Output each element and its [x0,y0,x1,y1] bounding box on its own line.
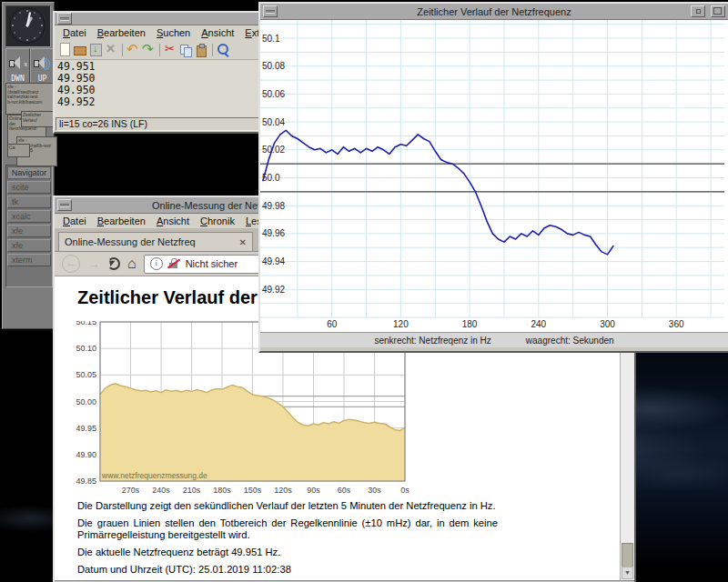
pager-item-scite[interactable]: scite [7,181,51,194]
svg-text:49.85: 49.85 [76,477,96,486]
scrollbar-thumb[interactable] [622,543,633,568]
svg-text:90s: 90s [307,486,320,495]
editor-menu-bearbeiten[interactable]: Bearbeiten [93,26,150,39]
svg-text:49.95: 49.95 [76,424,96,433]
undo-icon[interactable] [126,42,141,57]
tab-title: Online-Messung der Netzfreq [65,236,236,247]
svg-text:50.08: 50.08 [262,61,285,71]
window-pager: Navigator scitetkxcalcxfexfexterm [5,165,53,287]
window-menu-button[interactable] [57,199,72,211]
svg-text:49.98: 49.98 [262,201,285,211]
svg-text:120: 120 [393,319,409,329]
iconified-window-calc[interactable]: Ca [7,144,30,157]
browser-menu-ansicht[interactable]: Ansicht [152,215,194,227]
svg-text:60: 60 [327,319,338,329]
pager-item-xterm[interactable]: xterm [7,254,51,266]
desktop: x DWN UP xfe -/dstall/sied/netzkal/netzk… [0,0,728,582]
insecure-lock-icon [168,258,180,270]
watermark: www.netzfrequenzmessung.de [101,471,207,480]
svg-text:50.04: 50.04 [262,117,285,127]
scrollbar-down-arrow[interactable]: ▼ [622,567,633,579]
minimize-button[interactable] [691,5,705,17]
iconified-window-zeitlicher-verlauf[interactable]: ZeitlicherVerlauf [21,111,56,127]
volume-up-button[interactable]: UP [30,48,55,85]
paragraph: Die Darstellung zeigt den sekündlichen V… [77,500,498,512]
maximize-button[interactable] [711,5,725,17]
svg-text:49.90: 49.90 [76,450,96,459]
svg-text:50.06: 50.06 [262,89,285,99]
tab-close-icon[interactable]: ✕ [239,237,247,247]
svg-text:50.10: 50.10 [76,344,96,353]
svg-text:240: 240 [531,319,546,329]
editor-menu-suchen[interactable]: Suchen [152,26,195,39]
svg-text:210s: 210s [183,486,201,495]
svg-text:240s: 240s [152,486,170,495]
svg-text:180s: 180s [213,486,231,495]
paragraph-current-frequency: Die aktuelle Netzfrequenz beträgt 49.951… [77,547,498,558]
svg-text:49.92: 49.92 [262,285,285,295]
volume-down-label: DWN [6,75,29,83]
svg-text:120s: 120s [274,486,292,495]
netzfrequenz-line-chart: 50.150.0850.0650.0450.0250.049.9849.9649… [260,20,724,332]
save-file-icon[interactable] [88,42,104,57]
svg-text:180: 180 [462,319,478,329]
page-info-icon[interactable]: i [150,257,163,270]
toolbar-separator [122,44,123,56]
browser-menu-bearbeiten[interactable]: Bearbeiten [93,215,150,227]
dock-panel: x DWN UP xfe -/dstall/sied/netzkal/netzk… [2,2,55,329]
paste-icon[interactable] [194,42,209,57]
paragraph-timestamp: Datum und Uhrzeit (UTC): 25.01.2019 11:0… [77,564,498,576]
pager-item-list: scitetkxcalcxfexfexterm [7,181,51,266]
icon-window-text-verlauf: Verlauf [23,118,55,124]
sound-wave-icon [45,58,50,70]
volume-down-button[interactable]: x DWN [5,48,30,85]
reload-button[interactable] [107,257,120,270]
pager-item-xfe-4[interactable]: xfe [7,239,51,252]
svg-text:50.1: 50.1 [262,34,280,44]
back-button[interactable]: ← [62,255,80,273]
pager-item-xcalc[interactable]: xcalc [7,210,51,223]
close-file-icon[interactable] [104,42,119,57]
chart-footer-ylabel: senkrecht: Netzfreqenz in Hz [374,336,490,346]
svg-text:49.96: 49.96 [262,228,285,238]
chart-titlebar[interactable]: Zeitlicher Verlauf der Netzfrequenz [260,4,728,20]
browser-tab-active[interactable]: Online-Messung der Netzfreq ✕ [58,232,253,251]
search-icon[interactable] [216,42,231,57]
editor-menu-ansicht[interactable]: Ansicht [197,26,238,39]
redo-icon[interactable] [141,42,157,57]
svg-text:60s: 60s [338,486,351,495]
svg-text:49.94: 49.94 [262,256,285,266]
chart-window-title: Zeitlicher Verlauf der Netzfrequenz [260,6,728,17]
volume-up-label: UP [31,75,54,83]
editor-menu-datei[interactable]: Datei [58,26,91,39]
iconified-window-xfe-1[interactable]: xfe -/dstall/sied/netzkal/netzkal-testb-… [5,83,56,115]
copy-icon[interactable] [178,42,194,57]
browser-menu-chronik[interactable]: Chronik [196,215,239,227]
toolbar-separator [159,44,160,56]
chart-footer: senkrecht: Netzfreqenz in Hz waagrecht: … [260,332,728,347]
wallpaper-cloud-band [0,489,55,555]
toolbar-separator [212,44,213,56]
analog-clock-face [6,6,48,45]
pager-item-xfe[interactable]: xfe [7,225,51,237]
svg-text:30s: 30s [368,486,381,495]
open-folder-icon[interactable] [73,42,88,57]
svg-text:50.0: 50.0 [262,173,280,183]
cut-icon[interactable] [163,42,178,57]
pager-item-tk[interactable]: tk [7,196,51,208]
chart-footer-xlabel: waagrecht: Sekunden [526,336,614,346]
window-menu-button[interactable] [57,13,72,25]
home-button[interactable]: ⌂ [127,257,136,270]
svg-text:50.02: 50.02 [262,145,285,155]
pager-title: Navigator [7,166,51,179]
security-badge: Nicht sicher [186,258,238,269]
new-file-icon[interactable] [57,42,73,57]
chart-plot-area: 50.150.0850.0650.0450.0250.049.9849.9649… [260,20,728,332]
svg-text:150s: 150s [244,486,262,495]
speaker-muted-icon [9,56,24,69]
forward-button[interactable]: → [87,256,100,271]
clock-widget[interactable] [5,5,51,47]
svg-text:300: 300 [600,319,615,329]
icon-window-text-b-nor-ktb-bascom: b-nor.ktb/bascom [7,100,54,105]
browser-menu-datei[interactable]: Datei [58,215,91,227]
